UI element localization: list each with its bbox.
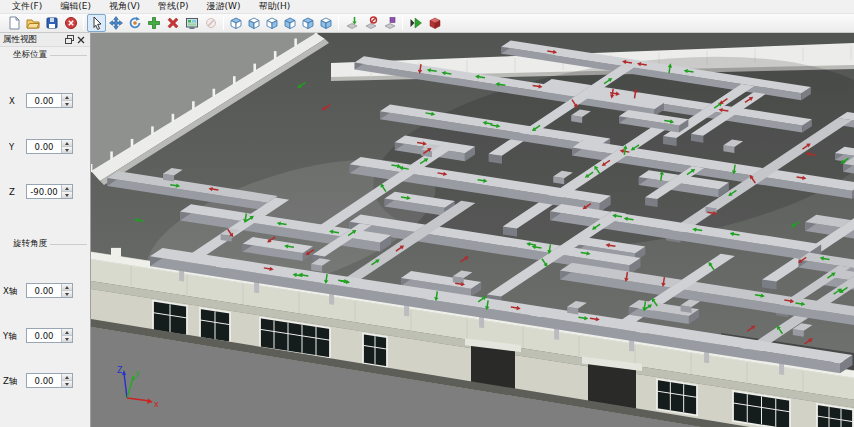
z-rotation-spinbox bbox=[26, 373, 73, 388]
z-position-down-button[interactable] bbox=[62, 191, 72, 198]
properties-panel-title: 属性视图 bbox=[3, 34, 63, 46]
y-position-spinbox bbox=[26, 139, 73, 154]
pipeline-layer-green-icon[interactable] bbox=[342, 14, 361, 32]
toolbar bbox=[0, 13, 854, 33]
z-axis-label: Z轴 bbox=[3, 376, 17, 388]
scene-3d-render: Zyx bbox=[91, 33, 854, 427]
toolbar-group-edit bbox=[87, 13, 220, 33]
view-cube-iso-icon[interactable] bbox=[317, 14, 335, 32]
toolbar-separator bbox=[402, 16, 403, 30]
toolbar-group-file bbox=[4, 13, 80, 33]
main-area: 属性视图 坐标位置 X Y bbox=[0, 33, 854, 427]
y-rotation-input[interactable] bbox=[27, 329, 61, 342]
field-row-y-axis: Y轴 bbox=[0, 328, 90, 343]
field-row-x: X bbox=[0, 93, 90, 108]
menu-bar: 文件(F) 编辑(E) 视角(V) 管线(P) 漫游(W) 帮助(H) bbox=[0, 0, 854, 13]
field-row-x-axis: X轴 bbox=[0, 283, 90, 298]
z-label: Z bbox=[9, 187, 15, 197]
toolbar-group-pipeline bbox=[342, 13, 399, 33]
y-axis-label: Y轴 bbox=[3, 331, 17, 343]
capture-view-icon[interactable] bbox=[182, 14, 201, 32]
add-object-icon[interactable] bbox=[144, 14, 163, 32]
svg-text:Z: Z bbox=[117, 366, 123, 375]
group-rotation-angle: 旋转角度 bbox=[13, 238, 87, 250]
toolbar-separator bbox=[83, 16, 84, 30]
menu-walkthrough[interactable]: 漫游(W) bbox=[198, 0, 250, 14]
x-axis-label: X轴 bbox=[3, 286, 17, 298]
toolbar-separator bbox=[338, 16, 339, 30]
x-position-down-button[interactable] bbox=[62, 100, 72, 107]
x-rotation-input[interactable] bbox=[27, 284, 61, 297]
svg-text:y: y bbox=[135, 369, 140, 378]
z-position-spinbox bbox=[26, 184, 73, 199]
y-position-input[interactable] bbox=[27, 140, 61, 153]
x-position-input[interactable] bbox=[27, 94, 61, 107]
walkthrough-exit-icon[interactable] bbox=[425, 14, 444, 32]
z-rotation-input[interactable] bbox=[27, 374, 61, 387]
rotate-view-icon[interactable] bbox=[125, 14, 144, 32]
x-position-spinbox bbox=[26, 93, 73, 108]
svg-text:x: x bbox=[154, 400, 159, 409]
open-file-icon[interactable] bbox=[23, 14, 42, 32]
select-cursor-icon[interactable] bbox=[87, 14, 106, 32]
menu-file[interactable]: 文件(F) bbox=[3, 0, 51, 14]
view-cube-top-icon[interactable] bbox=[227, 14, 245, 32]
field-row-y: Y bbox=[0, 139, 90, 154]
y-position-down-button[interactable] bbox=[62, 146, 72, 153]
properties-panel-titlebar: 属性视图 bbox=[0, 33, 90, 47]
panel-float-icon[interactable] bbox=[63, 34, 75, 46]
pipeline-layer-purple-icon[interactable] bbox=[380, 14, 399, 32]
application-window: 文件(F) 编辑(E) 视角(V) 管线(P) 漫游(W) 帮助(H) bbox=[0, 0, 854, 427]
viewport-3d[interactable]: Zyx bbox=[91, 33, 854, 427]
properties-panel: 属性视图 坐标位置 X Y bbox=[0, 33, 91, 427]
view-cube-front-icon[interactable] bbox=[281, 14, 299, 32]
panel-close-icon[interactable] bbox=[75, 34, 87, 46]
x-label: X bbox=[9, 96, 15, 106]
y-label: Y bbox=[9, 142, 14, 152]
view-cube-right-icon[interactable] bbox=[263, 14, 281, 32]
delete-object-icon[interactable] bbox=[163, 14, 182, 32]
z-rotation-down-button[interactable] bbox=[62, 380, 72, 387]
y-rotation-down-button[interactable] bbox=[62, 335, 72, 342]
z-position-input[interactable] bbox=[27, 185, 61, 198]
menu-edit[interactable]: 编辑(E) bbox=[51, 0, 100, 14]
measure-disabled-icon[interactable] bbox=[201, 14, 220, 32]
new-file-icon[interactable] bbox=[4, 14, 23, 32]
x-rotation-down-button[interactable] bbox=[62, 290, 72, 297]
field-row-z-axis: Z轴 bbox=[0, 373, 90, 388]
y-rotation-spinbox bbox=[26, 328, 73, 343]
toolbar-group-walkthrough bbox=[406, 13, 444, 33]
x-rotation-spinbox bbox=[26, 283, 73, 298]
menu-pipeline[interactable]: 管线(P) bbox=[149, 0, 197, 14]
group-coordinate-position: 坐标位置 bbox=[13, 49, 87, 61]
view-cube-left-icon[interactable] bbox=[245, 14, 263, 32]
menu-view[interactable]: 视角(V) bbox=[100, 0, 149, 14]
pan-move-icon[interactable] bbox=[106, 14, 125, 32]
walkthrough-start-icon[interactable] bbox=[406, 14, 425, 32]
close-file-icon[interactable] bbox=[61, 14, 80, 32]
view-cube-back-icon[interactable] bbox=[299, 14, 317, 32]
toolbar-separator bbox=[223, 16, 224, 30]
pipeline-layer-red-icon[interactable] bbox=[361, 14, 380, 32]
field-row-z: Z bbox=[0, 184, 90, 199]
menu-help[interactable]: 帮助(H) bbox=[249, 0, 299, 14]
save-file-icon[interactable] bbox=[42, 14, 61, 32]
toolbar-group-views bbox=[227, 13, 335, 33]
